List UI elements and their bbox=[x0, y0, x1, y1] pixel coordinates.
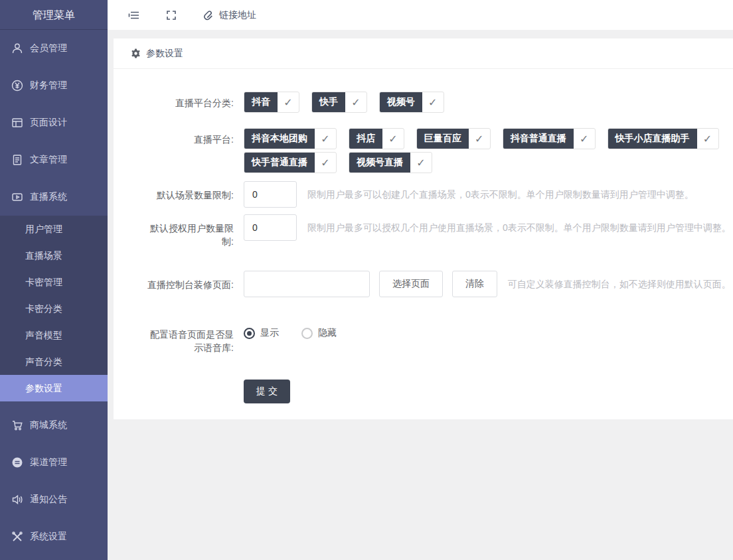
live-system-submenu: 用户管理 直播场景 卡密管理 卡密分类 声音模型 声音分类 参数设置 bbox=[0, 216, 108, 401]
topbar-gap bbox=[108, 30, 733, 38]
platform-tag[interactable]: 抖店 ✓ bbox=[349, 128, 404, 149]
card-header: 参数设置 bbox=[114, 38, 733, 69]
select-page-button[interactable]: 选择页面 bbox=[379, 271, 443, 297]
row-scene-limit: 默认场景数量限制: 限制用户最多可以创建几个直播场景，0表示不限制。单个用户限制… bbox=[147, 181, 733, 208]
scene-limit-input[interactable] bbox=[244, 181, 297, 208]
sidebar-item-label: 会员管理 bbox=[30, 42, 67, 54]
row-platform-category: 直播平台分类: 抖音 ✓ 快手 ✓ 视频号 ✓ bbox=[147, 92, 733, 113]
sidebar-item-finance[interactable]: 财务管理 bbox=[0, 67, 108, 104]
sidebar-title: 管理菜单 bbox=[0, 0, 108, 30]
radio-circle bbox=[301, 328, 313, 339]
check-icon: ✓ bbox=[574, 129, 595, 149]
channel-icon bbox=[11, 456, 23, 468]
link-address-label: 链接地址 bbox=[219, 9, 256, 21]
notice-icon bbox=[11, 494, 23, 506]
check-icon: ✓ bbox=[697, 129, 718, 149]
check-icon: ✓ bbox=[315, 153, 336, 173]
sidebar-item-label: 系统设置 bbox=[30, 531, 67, 543]
platform-category-tag[interactable]: 抖音 ✓ bbox=[244, 92, 299, 113]
platform-tag[interactable]: 巨量百应 ✓ bbox=[416, 128, 491, 149]
link-icon bbox=[203, 9, 214, 21]
radio-label: 显示 bbox=[260, 327, 279, 339]
page-design-icon bbox=[11, 117, 23, 129]
radio-label: 隐藏 bbox=[318, 327, 337, 339]
platform-category-tag[interactable]: 视频号 ✓ bbox=[379, 92, 444, 113]
check-icon: ✓ bbox=[315, 129, 336, 149]
submenu-item-live-scene[interactable]: 直播场景 bbox=[0, 242, 108, 269]
platform-tag[interactable]: 快手普通直播 ✓ bbox=[244, 152, 337, 173]
platform-tag[interactable]: 抖音本地团购 ✓ bbox=[244, 128, 337, 149]
sidebar-item-system-settings[interactable]: 系统设置 bbox=[0, 518, 108, 555]
submenu-item-voice-category[interactable]: 声音分类 bbox=[0, 348, 108, 375]
live-icon bbox=[11, 191, 23, 203]
sidebar-item-channel[interactable]: 渠道管理 bbox=[0, 444, 108, 481]
submenu-item-voice-model[interactable]: 声音模型 bbox=[0, 322, 108, 348]
row-submit: 提 交 bbox=[147, 380, 733, 403]
check-icon: ✓ bbox=[410, 153, 432, 173]
main-area: 链接地址 参数设置 直播平台分类: 抖音 ✓ bbox=[108, 0, 733, 560]
gear-icon bbox=[131, 48, 141, 58]
submenu-item-card-category[interactable]: 卡密分类 bbox=[0, 295, 108, 322]
settings-icon bbox=[11, 531, 23, 543]
row-label: 直播控制台装修页面: bbox=[147, 271, 234, 297]
row-auth-limit: 默认授权用户数量限制: 限制用户最多可以授权几个用户使用直播场景，0表示不限制。… bbox=[147, 214, 733, 248]
platform-tag[interactable]: 快手小店直播助手 ✓ bbox=[608, 128, 719, 149]
sidebar: 管理菜单 会员管理 财务管理 页面设计 文章管理 bbox=[0, 0, 108, 560]
sidebar-item-member[interactable]: 会员管理 bbox=[0, 30, 108, 67]
scene-limit-hint: 限制用户最多可以创建几个直播场景，0表示不限制。单个用户限制数量请到用户管理中调… bbox=[307, 181, 694, 208]
submenu-item-user-mgmt[interactable]: 用户管理 bbox=[0, 216, 108, 242]
settings-form: 直播平台分类: 抖音 ✓ 快手 ✓ 视频号 ✓ bbox=[114, 69, 733, 403]
auth-limit-hint: 限制用户最多可以授权几个用户使用直播场景，0表示不限制。单个用户限制数量请到用户… bbox=[307, 214, 731, 241]
row-label bbox=[147, 380, 234, 403]
console-page-input[interactable] bbox=[244, 271, 370, 297]
check-icon: ✓ bbox=[422, 92, 444, 112]
check-icon: ✓ bbox=[382, 129, 404, 149]
platform-tag[interactable]: 视频号直播 ✓ bbox=[349, 152, 432, 173]
sidebar-item-label: 直播系统 bbox=[30, 191, 67, 203]
console-page-hint: 可自定义装修直播控制台，如不选择则使用默认页面。 bbox=[508, 271, 731, 297]
sidebar-item-notice[interactable]: 通知公告 bbox=[0, 481, 108, 518]
submenu-item-param-settings[interactable]: 参数设置 bbox=[0, 375, 108, 401]
app: 管理菜单 会员管理 财务管理 页面设计 文章管理 bbox=[0, 0, 733, 560]
radio-hide[interactable]: 隐藏 bbox=[301, 326, 337, 340]
platform-tag[interactable]: 抖音普通直播 ✓ bbox=[503, 128, 596, 149]
clear-button[interactable]: 清除 bbox=[452, 271, 497, 297]
sidebar-item-page-design[interactable]: 页面设计 bbox=[0, 104, 108, 141]
check-icon: ✓ bbox=[345, 92, 366, 112]
sidebar-item-article[interactable]: 文章管理 bbox=[0, 141, 108, 178]
sidebar-item-label: 页面设计 bbox=[30, 117, 67, 129]
row-label: 直播平台: bbox=[147, 128, 234, 173]
link-address[interactable]: 链接地址 bbox=[203, 9, 256, 21]
auth-limit-input[interactable] bbox=[244, 214, 297, 241]
menu-fold-icon[interactable] bbox=[128, 9, 140, 21]
row-label: 直播平台分类: bbox=[147, 92, 234, 113]
finance-icon bbox=[11, 80, 23, 92]
topbar: 链接地址 bbox=[108, 0, 733, 30]
platform-category-tag[interactable]: 快手 ✓ bbox=[311, 92, 367, 113]
radio-show[interactable]: 显示 bbox=[244, 326, 279, 340]
fullscreen-icon[interactable] bbox=[165, 9, 177, 21]
sidebar-item-label: 通知公告 bbox=[30, 494, 67, 506]
check-icon: ✓ bbox=[278, 92, 299, 112]
radio-circle bbox=[244, 328, 255, 339]
submenu-item-card-mgmt[interactable]: 卡密管理 bbox=[0, 269, 108, 295]
row-console-page: 直播控制台装修页面: 选择页面 清除 可自定义装修直播控制台，如不选择则使用默认… bbox=[147, 271, 733, 297]
settings-card: 参数设置 直播平台分类: 抖音 ✓ 快手 ✓ bbox=[114, 38, 733, 419]
submit-button[interactable]: 提 交 bbox=[244, 380, 290, 403]
check-icon: ✓ bbox=[469, 129, 490, 149]
row-label: 默认场景数量限制: bbox=[147, 181, 234, 208]
sidebar-bottom-group: 商城系统 渠道管理 通知公告 系统设置 bbox=[0, 401, 108, 555]
sidebar-item-live-system[interactable]: 直播系统 bbox=[0, 178, 108, 216]
user-icon bbox=[11, 42, 23, 54]
sidebar-item-label: 渠道管理 bbox=[30, 456, 67, 468]
cart-icon bbox=[11, 419, 23, 431]
row-label: 默认授权用户数量限制: bbox=[147, 214, 234, 248]
row-platform: 直播平台: 抖音本地团购 ✓ 抖店 ✓ 巨 bbox=[147, 128, 733, 173]
sidebar-item-label: 文章管理 bbox=[30, 154, 67, 166]
sidebar-item-mall[interactable]: 商城系统 bbox=[0, 407, 108, 444]
sidebar-item-label: 商城系统 bbox=[30, 419, 67, 431]
row-label: 配置语音页面是否显示语音库: bbox=[147, 326, 234, 354]
page-title: 参数设置 bbox=[146, 48, 183, 60]
article-icon bbox=[11, 154, 23, 166]
row-voice-page: 配置语音页面是否显示语音库: 显示 隐藏 bbox=[147, 326, 733, 354]
